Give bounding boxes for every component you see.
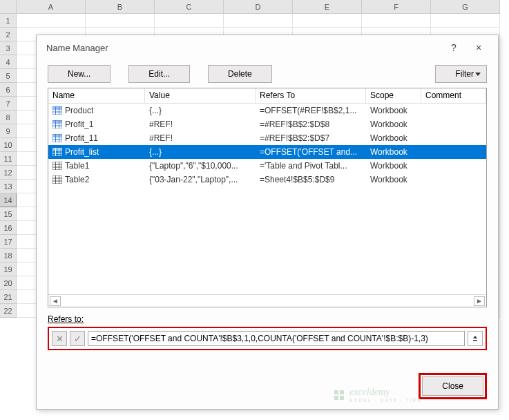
svg-rect-29 [52, 175, 62, 184]
help-button[interactable]: ? [441, 35, 466, 60]
row-header[interactable]: 10 [0, 138, 17, 152]
svg-rect-11 [52, 120, 62, 122]
row-header[interactable]: 20 [0, 276, 17, 290]
close-highlight: Close [419, 373, 487, 399]
cell[interactable] [17, 14, 86, 28]
row-header[interactable]: 7 [0, 97, 17, 111]
svg-rect-35 [340, 390, 344, 394]
list-item[interactable]: Table1{"Laptop","6","$10,000...='Table a… [48, 159, 486, 173]
column-header[interactable]: G [431, 0, 500, 14]
row-header[interactable]: 6 [0, 83, 17, 97]
row-header[interactable]: 14 [0, 193, 17, 207]
close-button[interactable]: Close [422, 376, 483, 396]
cell[interactable] [155, 14, 224, 28]
col-name[interactable]: Name [48, 88, 145, 103]
list-item[interactable]: Product{...}=OFFSET(#REF!$B$2,1...Workbo… [48, 104, 486, 117]
row-header[interactable]: 22 [0, 304, 17, 318]
refers-to-highlight: ✕ ✓ [48, 327, 487, 350]
name-manager-dialog: Name Manager ? × New... Edit... Delete F… [36, 35, 499, 410]
cell[interactable] [293, 14, 362, 28]
row-header[interactable]: 4 [0, 55, 17, 69]
scroll-right-icon[interactable]: ► [474, 296, 485, 306]
delete-button[interactable]: Delete [208, 65, 272, 83]
svg-rect-24 [52, 162, 62, 170]
column-header[interactable]: D [224, 0, 293, 14]
row-header[interactable]: 11 [0, 152, 17, 166]
horizontal-scrollbar[interactable]: ◄ ► [48, 294, 486, 307]
row-header[interactable]: 13 [0, 180, 17, 193]
confirm-edit-button[interactable]: ✓ [70, 331, 85, 346]
close-x-button[interactable]: × [466, 35, 491, 60]
filter-button[interactable]: Filter [435, 65, 487, 83]
row-header[interactable]: 5 [0, 69, 17, 83]
scroll-left-icon[interactable]: ◄ [50, 296, 61, 306]
row-header[interactable]: 9 [0, 124, 17, 138]
names-list: Name Value Refers To Scope Comment Produ… [48, 88, 487, 307]
svg-rect-5 [52, 106, 62, 108]
list-item[interactable]: Profit_1#REF!=#REF!$B$2:$D$8Workbook [48, 117, 486, 131]
list-item[interactable]: Profit_11#REF!=#REF!$B$2:$D$7Workbook [48, 131, 486, 145]
list-header[interactable]: Name Value Refers To Scope Comment [48, 88, 486, 104]
row-header[interactable]: 8 [0, 111, 17, 124]
row-header[interactable]: 2 [0, 28, 17, 41]
collapse-dialog-icon[interactable] [468, 331, 483, 346]
row-header[interactable]: 12 [0, 166, 17, 180]
row-header[interactable]: 16 [0, 221, 17, 235]
refers-to-label: Refers to: [48, 314, 84, 324]
col-refers[interactable]: Refers To [256, 88, 366, 103]
column-header[interactable]: C [155, 0, 224, 14]
col-scope[interactable]: Scope [366, 88, 421, 103]
list-item[interactable]: Profit_list{...}=OFFSET('OFFSET and...Wo… [48, 145, 486, 159]
dialog-title: Name Manager [46, 43, 108, 53]
row-header[interactable]: 18 [0, 249, 17, 262]
row-header[interactable]: 19 [0, 262, 17, 276]
row-header[interactable]: 15 [0, 207, 17, 221]
row-header[interactable]: 17 [0, 235, 17, 249]
column-header[interactable]: A [17, 0, 86, 14]
watermark-icon [333, 389, 345, 401]
svg-rect-36 [334, 396, 338, 400]
new-button[interactable]: New... [48, 65, 111, 83]
svg-rect-23 [52, 148, 62, 150]
svg-rect-17 [52, 134, 62, 136]
svg-rect-34 [334, 390, 338, 394]
watermark-logo: exceldemy EXCEL · DATA · TIPS [333, 387, 422, 403]
column-header[interactable]: B [86, 0, 155, 14]
edit-button[interactable]: Edit... [128, 65, 190, 83]
row-header[interactable]: 1 [0, 14, 17, 28]
titlebar[interactable]: Name Manager ? × [37, 35, 498, 60]
col-value[interactable]: Value [145, 88, 256, 103]
row-header[interactable]: 21 [0, 290, 17, 304]
column-header[interactable]: F [362, 0, 431, 14]
svg-rect-37 [340, 396, 344, 400]
col-comment[interactable]: Comment [421, 88, 486, 103]
cell[interactable] [86, 14, 155, 28]
cell[interactable] [224, 14, 293, 28]
column-header[interactable]: E [293, 0, 362, 14]
refers-to-input[interactable] [88, 331, 465, 346]
cell[interactable] [431, 14, 500, 28]
row-header[interactable]: 3 [0, 41, 17, 55]
cell[interactable] [362, 14, 431, 28]
cancel-edit-button[interactable]: ✕ [52, 331, 67, 346]
list-item[interactable]: Table2{"03-Jan-22","Laptop",...=Sheet4!$… [48, 173, 486, 187]
